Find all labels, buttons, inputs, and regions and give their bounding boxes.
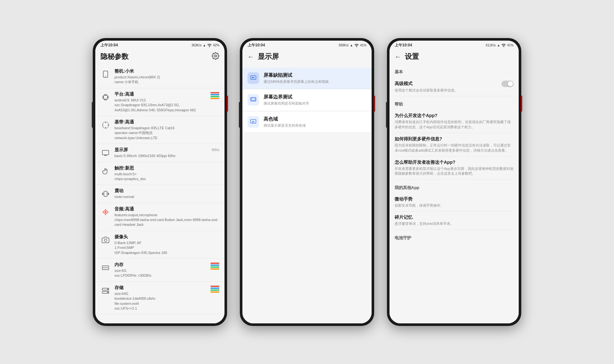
list-item[interactable]: 摄像头 0-Back:12MP, AF1-Front:5MPISP:Snapdr… [95, 231, 224, 259]
memory-bars-icon [210, 263, 219, 270]
border-test-desc: 测试屏幕四周是否和面板对齐 [264, 101, 366, 106]
wifi-icon-3 [501, 43, 506, 48]
phone-3-screen: 上午10:04 611K/s ▲ 41% ← 设置 基本 高级模式 [390, 41, 519, 323]
list-item[interactable]: 显示屏 basic:5.99inch 1080x2160 403ppi 60hz… [95, 144, 224, 162]
item-detail: size:64Gbootdevice:1da4000.ufshcfile-sys… [114, 291, 207, 311]
section-label-battery: 电池守护 [395, 235, 514, 241]
item-title: 基带:高通 [114, 119, 219, 125]
section-label-help: 帮助 [395, 101, 514, 107]
signal-icon-3: ▲ [497, 44, 500, 47]
list-item[interactable]: 平台:高通 android:9, MIUI V12soc:Snapdragon … [95, 88, 224, 116]
section-help: 帮助 为什么开发这个App? 消费者有知道自己手机内部组件信息的权利，但是现在的… [390, 98, 519, 181]
chip-icon [100, 92, 111, 102]
setting-desc-fragment: 悬浮窗背单词，支持anki词库和手表。 [395, 221, 514, 226]
svg-point-36 [107, 292, 108, 293]
border-item-content: 屏幕边界测试 测试屏幕四周是否和面板对齐 [264, 94, 366, 106]
phone-2: 上午10:04 589K/s ▲ 41% ← 显示屏 [240, 38, 374, 326]
setting-desc-help-improve: 开发者需要更多机型才能让这个App逐步完善，因此反馈每种机型的数据对改善隐秘参数… [395, 166, 514, 176]
scroll-content-1[interactable]: 整机:小米 product:Xiaomi,chiron(MIX 2)name:小… [95, 65, 224, 323]
back-button-2[interactable]: ← [248, 53, 254, 60]
svg-rect-40 [251, 98, 255, 100]
camera-icon [100, 235, 111, 245]
item-content: 平台:高通 android:9, MIUI V12soc:Snapdragon … [114, 91, 207, 113]
high-color-title: 高色域 [264, 116, 366, 122]
settings-gear-icon[interactable] [212, 52, 219, 61]
item-detail: basic:5.99inch 1080x2160 403ppi 60hz [114, 154, 208, 158]
high-color-icon [248, 116, 259, 128]
item-title: 整机:小米 [114, 68, 219, 74]
setting-title-advanced: 高级模式 [395, 81, 514, 87]
setting-advanced-mode[interactable]: 高级模式 使用这个模式会尝试获取更多硬件信息。 [395, 77, 514, 96]
list-item[interactable]: 存储 size:64Gbootdevice:1da4000.ufshcfile-… [95, 282, 224, 315]
item-content: 内存 size:6Gsoc:LPDDR4x <30GB/s [114, 262, 207, 278]
defect-item-content: 屏幕缺陷测试 通过6种纯色屏幕寻找屏幕上的坏点和瑕疵 [264, 72, 366, 84]
item-detail: 0-Back:12MP, AF1-Front:5MPISP:Snapdragon… [114, 241, 219, 255]
defect-test-desc: 通过6种纯色屏幕寻找屏幕上的坏点和瑕疵 [264, 79, 366, 84]
phone-device-icon [100, 69, 111, 79]
network-speed-3: 611K/s [486, 44, 496, 47]
status-bar-1: 上午10:04 363K/s ▲ 42% [95, 41, 224, 49]
page-title-3: 设置 [405, 52, 419, 61]
section-basic: 基本 高级模式 使用这个模式会尝试获取更多硬件信息。 [390, 65, 519, 98]
setting-micro-gesture[interactable]: 微动手势 创新安卓导航，体感手势操作。 [395, 193, 514, 211]
setting-help-improve[interactable]: 怎么帮助开发者改善这个App? 开发者需要更多机型才能让这个App逐步完善，因此… [395, 156, 514, 180]
item-content: 基带:高通 baseband:Snapdragon 835,LTE Cat16o… [114, 119, 219, 140]
network-speed-1: 363K/s [192, 44, 201, 47]
item-content: 震动 moto:normal [114, 188, 219, 199]
svg-rect-20 [104, 191, 107, 196]
item-title: 音频:高通 [114, 206, 219, 212]
svg-rect-17 [102, 150, 109, 155]
list-item[interactable]: 整机:小米 product:Xiaomi,chiron(MIX 2)name:小… [95, 65, 224, 88]
toggle-knob [508, 81, 513, 86]
item-title: 存储 [114, 285, 207, 291]
status-bar-3: 上午10:04 611K/s ▲ 41% [390, 41, 519, 49]
storage-icon [100, 286, 111, 296]
list-item[interactable]: 震动 moto:normal [95, 185, 224, 203]
setting-fragment-memory[interactable]: 碎片记忆 悬浮窗背单词，支持anki词库和手表。 [395, 211, 514, 230]
menu-list-2: 屏幕缺陷测试 通过6种纯色屏幕寻找屏幕上的坏点和瑕疵 屏幕边界测试 测试屏幕四周… [242, 65, 372, 323]
item-title: 内存 [114, 262, 207, 268]
defect-test-title: 屏幕缺陷测试 [264, 72, 366, 78]
storage-bars-icon [210, 286, 219, 293]
wifi-icon-1 [207, 43, 212, 48]
border-test-title: 屏幕边界测试 [264, 94, 366, 100]
menu-item-color[interactable]: 高色域 测试显示屏是否支持高色域 [242, 112, 372, 133]
svg-point-0 [215, 55, 216, 57]
toggle-advanced-mode[interactable] [501, 81, 514, 87]
svg-point-35 [107, 289, 108, 289]
list-item[interactable]: 触控:新思 multi-touch:5+chips:synaptics_dsx [95, 162, 224, 185]
menu-item-defect[interactable]: 屏幕缺陷测试 通过6种纯色屏幕寻找屏幕上的坏点和瑕疵 [242, 68, 372, 89]
item-detail: features:output,microphonechips:msm8998-… [114, 213, 219, 227]
display-badge: 60hz [212, 148, 219, 152]
svg-rect-28 [102, 266, 109, 270]
volume-button-2 [239, 102, 240, 128]
list-item[interactable]: 音频:高通 features:output,microphonechips:ms… [95, 203, 224, 231]
power-button-2 [374, 96, 375, 112]
item-content: 触控:新思 multi-touch:5+chips:synaptics_dsx [114, 165, 219, 182]
power-button [227, 96, 228, 112]
item-detail: multi-touch:5+chips:synaptics_dsx [114, 172, 219, 182]
item-content: 显示屏 basic:5.99inch 1080x2160 403ppi 60hz [114, 147, 208, 158]
status-time-3: 上午10:04 [395, 43, 412, 48]
color-bars-icon [210, 92, 219, 99]
signal-icon-2: ▲ [350, 44, 353, 47]
setting-how-more[interactable]: 如何得到更多硬件信息? 因为安卓权限的限制，正常运行时一些硬件信息没有办法读取，… [395, 133, 514, 156]
menu-item-border[interactable]: 屏幕边界测试 测试屏幕四周是否和面板对齐 [242, 90, 372, 111]
status-right-2: 589K/s ▲ 41% [339, 43, 366, 48]
setting-why-app[interactable]: 为什么开发这个App? 消费者有知道自己手机内部组件信息的权利，但是现在的厂商通… [395, 110, 514, 133]
back-button-3[interactable]: ← [395, 53, 401, 60]
status-right-3: 611K/s ▲ 41% [486, 43, 514, 48]
vibrate-icon [100, 189, 111, 199]
section-label-basic: 基本 [395, 69, 514, 75]
battery-3: 41% [507, 44, 514, 47]
volume-button-3 [386, 102, 387, 128]
list-item[interactable]: 基带:高通 baseband:Snapdragon 835,LTE Cat16o… [95, 116, 224, 144]
settings-scroll[interactable]: 基本 高级模式 使用这个模式会尝试获取更多硬件信息。 帮助 为什么开发这个App… [390, 65, 519, 323]
setting-title-fragment: 碎片记忆 [395, 215, 514, 220]
svg-point-38 [252, 77, 253, 78]
border-test-icon [248, 94, 259, 106]
setting-title-how: 如何得到更多硬件信息? [395, 136, 514, 142]
list-item[interactable]: 内存 size:6Gsoc:LPDDR4x <30GB/s [95, 259, 224, 282]
page-title-1: 隐秘参数 [100, 52, 129, 61]
memory-icon [100, 263, 111, 273]
